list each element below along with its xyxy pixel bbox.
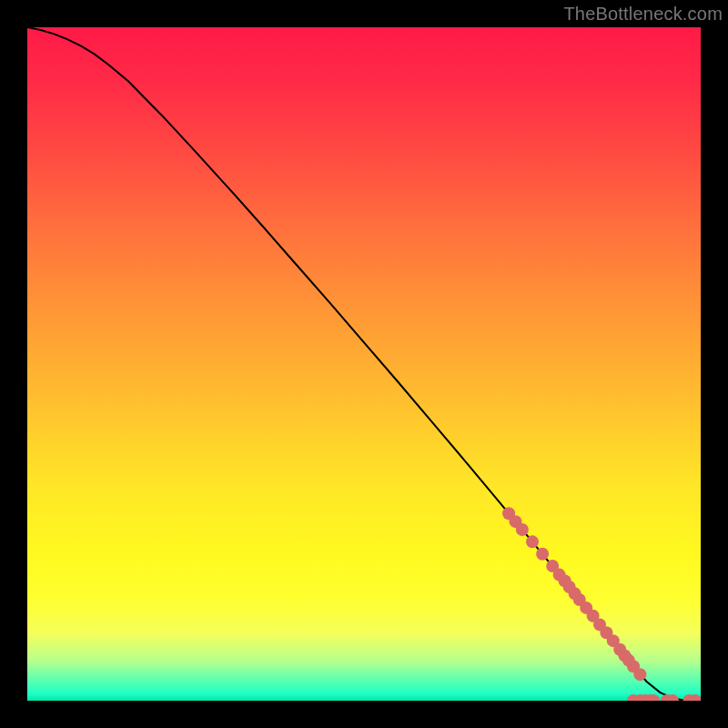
heat-gradient-background — [27, 27, 701, 701]
watermark-text: TheBottleneck.com — [563, 4, 723, 25]
chart-canvas: TheBottleneck.com — [0, 0, 728, 728]
plot-area — [27, 27, 701, 701]
